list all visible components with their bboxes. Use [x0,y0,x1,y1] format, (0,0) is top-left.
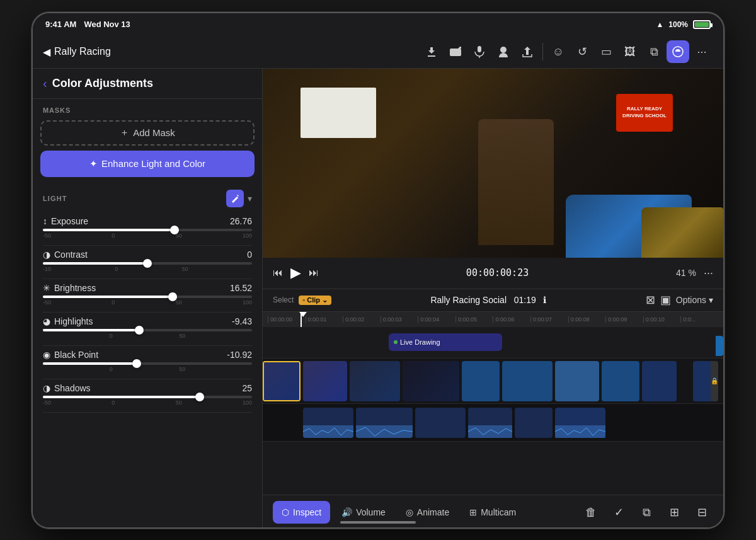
light-wand-button[interactable] [226,190,244,207]
light-chevron-button[interactable]: ▾ [248,193,252,204]
pip-button[interactable]: ⧉ [643,40,665,63]
audio-clip-6[interactable] [555,408,605,438]
exposure-slider[interactable] [43,229,252,231]
clip-selected[interactable] [263,361,301,401]
panel-back-button[interactable]: ‹ [43,76,47,91]
trim-button[interactable]: ⊟ [690,501,713,524]
video-sign-prop: RALLY READYDRIVING SCHOOL [616,94,673,132]
clip-badge[interactable]: ▫ Clip ⌄ [299,296,331,305]
delete-button[interactable]: 🗑 [580,501,602,524]
rewind-button[interactable]: ↺ [571,40,593,63]
contrast-value: 0 [247,250,252,260]
share-button[interactable] [516,40,539,63]
battery-icon [693,20,711,29]
back-button[interactable]: ◀ Rally Racing [43,46,111,58]
clip-4[interactable] [403,361,459,401]
download-button[interactable] [420,40,443,63]
info-button[interactable]: ℹ [543,295,546,305]
tick: 0 [112,299,115,306]
split-button[interactable]: ⧉ [635,501,658,524]
clip-last[interactable]: 🔒 [693,361,718,401]
options-chevron: ▾ [709,295,713,305]
animate-icon: ◎ [406,507,413,517]
tick: 100 [243,399,252,406]
svg-rect-0 [450,49,461,56]
video-screen-prop [301,88,376,138]
ruler-mark: 0:00:04 [418,316,455,323]
mic-button[interactable] [468,40,491,63]
tick: 100 [243,299,252,306]
camera-button[interactable] [444,40,467,63]
more-button[interactable]: ··· [690,40,713,63]
audio-clip-3[interactable] [415,408,466,438]
blackpoint-slider[interactable] [43,362,252,365]
audio-clip-1[interactable] [303,408,353,438]
svg-marker-1 [458,47,461,49]
highlights-slider[interactable] [43,329,252,331]
highlights-icon: ◕ [43,316,50,326]
options-button[interactable]: Options ▾ [676,295,713,305]
timeline-select-bar: Select ▫ Clip ⌄ Rally Racing Social 01:1… [263,289,723,312]
tab-inspect[interactable]: ⬡ Inspect [273,501,330,524]
timeline-playhead[interactable] [301,312,302,327]
track-extension [716,336,723,356]
audio-clip-5[interactable] [515,408,553,438]
add-mask-button[interactable]: ＋ Add Mask [40,120,255,146]
options-label: Options [676,295,706,305]
clip-9[interactable] [642,361,677,401]
clip-label: Clip [307,296,320,304]
confirm-button[interactable]: ✓ [607,501,630,524]
layout-button[interactable]: ▣ [660,293,671,307]
brightness-label: ✳ Brightness [43,283,96,293]
enhance-button[interactable]: ✦ Enhance Light and Color [40,151,255,177]
clip-2[interactable] [303,361,347,401]
tab-multicam[interactable]: ⊞ Multicam [461,501,525,524]
frame-button[interactable]: ▭ [595,40,617,63]
arrange-button[interactable]: ⊞ [663,501,685,524]
brightness-slider[interactable] [43,296,252,298]
multicam-icon: ⊞ [469,507,477,517]
skip-back-button[interactable]: ⏮ [273,267,283,279]
color-adjust-button[interactable] [667,40,689,63]
ruler-mark: 0:00:09 [605,316,643,323]
contrast-slider[interactable] [43,262,252,265]
light-section: LIGHT ▾ ↕ Exposure [33,185,262,415]
select-label: Select [273,296,294,304]
ruler-mark: 0:00:05 [455,316,493,323]
crop-button[interactable]: ⊠ [646,293,655,307]
skip-forward-button[interactable]: ⏭ [309,267,319,279]
emoji-button[interactable]: ☺ [547,40,570,63]
live-indicator [394,340,398,344]
ruler-mark: 0:0:.. [680,316,718,323]
ruler-mark: 0:00:02 [343,316,381,323]
highlights-value: -9.43 [232,316,252,326]
voiceover-button[interactable] [492,40,515,63]
audio-clip-4[interactable] [468,408,512,438]
contrast-icon: ◑ [43,250,50,260]
clip-6[interactable] [502,361,553,401]
tick: 0 [112,233,115,239]
clip-8[interactable] [602,361,639,401]
live-drawing-clip[interactable]: Live Drawing [389,333,502,351]
tick: 50 [176,299,182,306]
panel-title: Color Adjustments [52,77,153,90]
current-time: 00:00:00:23 [466,267,529,279]
tick: 0 [110,333,113,339]
blackpoint-icon: ◉ [43,350,50,360]
toolbar-icons: ☺ ↺ ▭ 🖼 ⧉ ··· [420,40,713,63]
volume-icon: 🔊 [341,507,352,517]
clip-5[interactable] [462,361,500,401]
photo-button[interactable]: 🖼 [619,40,641,63]
clip-icon: ▫ [302,296,305,304]
status-bar: 9:41 AM Wed Nov 13 ▲ 100% [33,13,723,36]
clip-7[interactable] [555,361,599,401]
blackpoint-value: -10.92 [227,350,252,360]
play-button[interactable]: ▶ [290,265,301,281]
playback-more-button[interactable]: ··· [704,267,713,280]
shadows-slider[interactable] [43,396,252,398]
svg-rect-2 [478,46,481,52]
shadows-icon: ◑ [43,383,50,393]
project-title: Rally Racing [54,46,111,57]
clip-3[interactable] [350,361,400,401]
audio-clip-2[interactable] [356,408,413,438]
